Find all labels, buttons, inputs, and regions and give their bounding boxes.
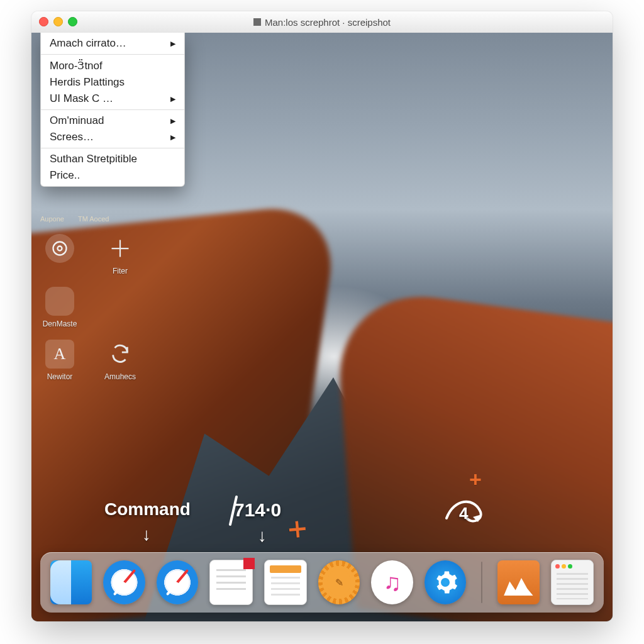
target-icon [45, 234, 74, 263]
menu-item-screes[interactable]: Screes… ▶ [41, 129, 184, 145]
widget-denmaste[interactable]: DenMaste [40, 287, 79, 328]
submenu-arrow-icon: ▶ [170, 95, 175, 103]
menu-separator [41, 109, 184, 110]
widget-label: DenMaste [43, 319, 77, 328]
widget-fiter[interactable]: Fiter [101, 234, 140, 275]
submenu-arrow-icon: ▶ [170, 117, 175, 125]
annotation-four: 4 [459, 504, 468, 523]
arrow-down-icon: ↓ [258, 526, 267, 546]
menu-item-suthan[interactable]: Suthan Stretpitible [41, 151, 184, 167]
rounded-square-icon [45, 287, 74, 316]
traffic-lights [39, 17, 77, 26]
menu-item-label: Price.. [50, 169, 80, 182]
widget-label: TM Aoced [78, 215, 109, 223]
menu-item-label: Herdis Plattings [50, 76, 125, 89]
menu-item-label: Om'minuad [50, 114, 104, 127]
dock: ✎ ♫ [40, 552, 604, 613]
menu-item-label: Suthan Stretpitible [50, 153, 137, 165]
close-window-button[interactable] [39, 17, 48, 26]
annotation-number: 714·0 [234, 499, 281, 521]
menu-item-label: Screes… [50, 131, 94, 143]
widget-newitor[interactable]: A Newitor [40, 340, 79, 381]
menu-item-moro[interactable]: Moro-Ӟtnof [41, 57, 184, 74]
annotation-command: Command [104, 499, 191, 519]
arrow-down-icon: ↓ [142, 525, 151, 545]
menu-item-omminuad[interactable]: Om'minuad ▶ [41, 113, 184, 129]
svg-line-2 [230, 497, 236, 525]
dock-document-icon[interactable] [209, 560, 252, 605]
menu-item-label: Moro-Ӟtnof [50, 59, 103, 72]
titlebar: Man:los screphrot · screipshot [31, 11, 613, 33]
zoom-window-button[interactable] [68, 17, 77, 26]
annotation-stroke-icon [228, 496, 239, 527]
desktop-widgets: Aupone TM Aoced Fiter [40, 215, 166, 381]
window-title-text: Man:los screphrot · screipshot [265, 17, 391, 28]
widget-target[interactable] [40, 234, 79, 267]
widget-amuhecs[interactable]: Amuhecs [101, 340, 140, 381]
dock-safari-icon[interactable] [103, 560, 145, 604]
window-title: Man:los screphrot · screipshot [253, 17, 391, 28]
letter-a-icon: A [45, 340, 74, 369]
menu-item-amach[interactable]: Amach cirrato… ▶ [41, 35, 184, 52]
dock-music-icon[interactable]: ♫ [371, 560, 413, 604]
desktop[interactable]: Amach cirrato… ▶ Moro-Ӟtnof Herdis Platt… [31, 33, 613, 621]
widget-label: Fiter [113, 267, 128, 275]
menu-separator [41, 54, 184, 55]
app-window: Man:los screphrot · screipshot Amach cir… [31, 11, 613, 621]
title-icon [253, 18, 261, 26]
dock-settings-icon[interactable] [425, 560, 466, 604]
dock-safari-icon-2[interactable] [157, 560, 198, 604]
submenu-arrow-icon: ▶ [170, 133, 175, 142]
widget-label: Aupone [40, 215, 64, 223]
dock-photos-box-icon[interactable] [497, 560, 539, 604]
dock-notes-icon[interactable] [264, 560, 307, 605]
menu-item-label: UI Mask C … [50, 92, 113, 105]
menu-item-uimask[interactable]: UI Mask C … ▶ [41, 91, 184, 107]
svg-point-0 [53, 242, 67, 255]
refresh-icon [106, 340, 135, 369]
dock-separator [481, 562, 482, 603]
svg-point-1 [58, 247, 62, 251]
dock-miniwindow-icon[interactable] [551, 560, 594, 605]
dock-finder-icon[interactable] [50, 560, 92, 604]
menu-separator [41, 148, 184, 148]
plus-icon: + [469, 467, 482, 492]
menu-item-price[interactable]: Price.. [41, 167, 184, 184]
menu-item-herdis[interactable]: Herdis Plattings [41, 74, 184, 91]
widgets-top-labels: Aupone TM Aoced [40, 215, 166, 223]
dropdown-menu: Amach cirrato… ▶ Moro-Ӟtnof Herdis Platt… [40, 33, 185, 187]
minimize-window-button[interactable] [53, 17, 63, 26]
menu-item-label: Amach cirrato… [50, 37, 126, 50]
widget-label: Newitor [47, 372, 73, 381]
dock-seal-icon[interactable]: ✎ [318, 560, 360, 604]
submenu-arrow-icon: ▶ [170, 40, 175, 48]
plus-icon [106, 234, 135, 263]
widget-label: Amuhecs [104, 372, 136, 381]
